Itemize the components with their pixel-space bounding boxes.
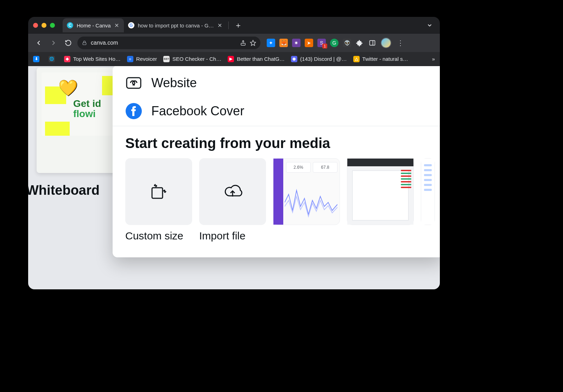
extension-icon[interactable]: S — [317, 39, 326, 47]
share-icon[interactable] — [240, 40, 246, 46]
card-label: Import file — [199, 230, 266, 242]
extension-icon[interactable]: ✦ — [267, 39, 275, 47]
extension-icon[interactable]: 👽 — [343, 39, 351, 47]
extension-metamask-icon[interactable]: 🦊 — [279, 39, 288, 47]
window-controls — [33, 23, 55, 28]
tab-title: Home - Canva — [77, 23, 111, 28]
custom-size-icon — [125, 158, 192, 225]
extension-icon[interactable]: ✷ — [292, 39, 301, 47]
svg-marker-2 — [251, 40, 256, 46]
bookmark-item[interactable]: ⬇ — [33, 56, 42, 62]
bookmark-item[interactable]: ◆Top Web Sites Ho… — [64, 56, 121, 62]
google-favicon: G — [128, 22, 134, 28]
extensions-menu-icon[interactable] — [355, 39, 364, 47]
template-title: Get id flowi — [73, 98, 101, 119]
svg-rect-5 — [127, 78, 141, 88]
star-icon[interactable] — [250, 40, 256, 46]
profile-avatar[interactable] — [381, 38, 391, 48]
browser-window: C Home - Canva ✕ G how to import ppt to … — [28, 17, 440, 289]
toolbar: canva.com ✦ 🦊 ✷ ➤ S G 👽 ⋮ — [28, 34, 440, 52]
extension-grammarly-icon[interactable]: G — [330, 39, 339, 47]
desktop-thumbnail — [347, 158, 414, 225]
metric-value: 67.8 — [313, 162, 337, 173]
close-icon[interactable]: ✕ — [114, 22, 119, 29]
tab-google-search[interactable]: G how to import ppt to canva - G… ✕ — [124, 18, 227, 32]
url-text: canva.com — [91, 40, 118, 46]
facebook-icon — [125, 103, 142, 120]
window-minimize-button[interactable] — [42, 23, 46, 28]
option-website[interactable]: Website — [113, 69, 440, 97]
analytics-thumbnail: 2.6% 67.8 — [273, 158, 340, 225]
bookmarks-bar: ⬇ 🌐 ◆Top Web Sites Ho… ≡Revoicer SSTSEO … — [28, 52, 440, 66]
close-icon[interactable]: ✕ — [217, 22, 222, 29]
heart-icon: 💛 — [58, 79, 78, 97]
bookmark-item[interactable]: ≡Revoicer — [127, 56, 157, 62]
card-custom-size[interactable]: Custom size — [125, 158, 192, 242]
link-icon — [125, 75, 142, 91]
lock-icon — [82, 40, 87, 46]
create-design-panel: Website Facebook Cover Start creating fr… — [113, 66, 440, 257]
svg-rect-3 — [370, 40, 375, 45]
media-thumbnail[interactable]: 2.6% 67.8 — [273, 158, 340, 225]
extension-icon[interactable]: ➤ — [305, 39, 313, 47]
option-label: Facebook Cover — [151, 104, 244, 118]
template-thumbnail: 💛 Get id flowi — [42, 72, 123, 136]
media-thumbnail-partial[interactable] — [421, 158, 435, 225]
bookmark-item[interactable]: ▶Better than ChatG… — [228, 56, 285, 62]
bookmark-item[interactable]: SSTSEO Checker - Ch… — [163, 56, 221, 62]
tab-divider — [228, 21, 229, 29]
bookmark-item[interactable]: 🌐 — [49, 56, 58, 62]
svg-rect-0 — [83, 43, 86, 45]
upload-icon — [199, 158, 266, 225]
media-thumbnail[interactable] — [347, 158, 414, 225]
list-thumbnail — [421, 158, 435, 225]
bookmark-item[interactable]: ◉(143) Discord | @… — [291, 56, 347, 62]
card-import-file[interactable]: Import file — [199, 158, 266, 242]
divider — [113, 126, 440, 126]
tab-canva[interactable]: C Home - Canva ✕ — [63, 18, 124, 32]
window-close-button[interactable] — [33, 23, 38, 28]
titlebar: C Home - Canva ✕ G how to import ppt to … — [28, 17, 440, 34]
kebab-menu-icon[interactable]: ⋮ — [396, 39, 405, 47]
option-label: Website — [151, 76, 197, 90]
side-panel-icon[interactable] — [368, 39, 377, 47]
category-whiteboard-label: Whiteboard — [28, 183, 100, 198]
option-facebook-cover[interactable]: Facebook Cover — [113, 97, 440, 125]
media-row: Custom size Import file 2.6% 67.8 — [113, 158, 440, 242]
reload-button[interactable] — [63, 37, 74, 49]
extensions: ✦ 🦊 ✷ ➤ S G 👽 ⋮ — [267, 38, 405, 48]
card-label: Custom size — [125, 230, 192, 242]
metric-value: 2.6% — [286, 162, 311, 173]
tab-overflow-button[interactable] — [426, 22, 433, 28]
page-content: 💛 Get id flowi Whiteboard Website Face — [28, 66, 440, 289]
forward-button[interactable] — [48, 37, 59, 49]
back-button[interactable] — [33, 37, 44, 49]
window-zoom-button[interactable] — [50, 23, 55, 28]
bookmarks-overflow-button[interactable]: » — [432, 56, 435, 62]
bookmark-item[interactable]: △Twitter - natural s… — [353, 56, 408, 62]
address-bar[interactable]: canva.com — [77, 37, 260, 49]
section-title: Start creating from your media — [113, 133, 440, 158]
tab-strip: C Home - Canva ✕ G how to import ppt to … — [63, 17, 423, 34]
svg-rect-7 — [152, 188, 163, 198]
canva-favicon: C — [67, 22, 73, 28]
tab-title: how to import ppt to canva - G… — [138, 23, 214, 28]
new-tab-button[interactable]: ＋ — [230, 20, 246, 31]
